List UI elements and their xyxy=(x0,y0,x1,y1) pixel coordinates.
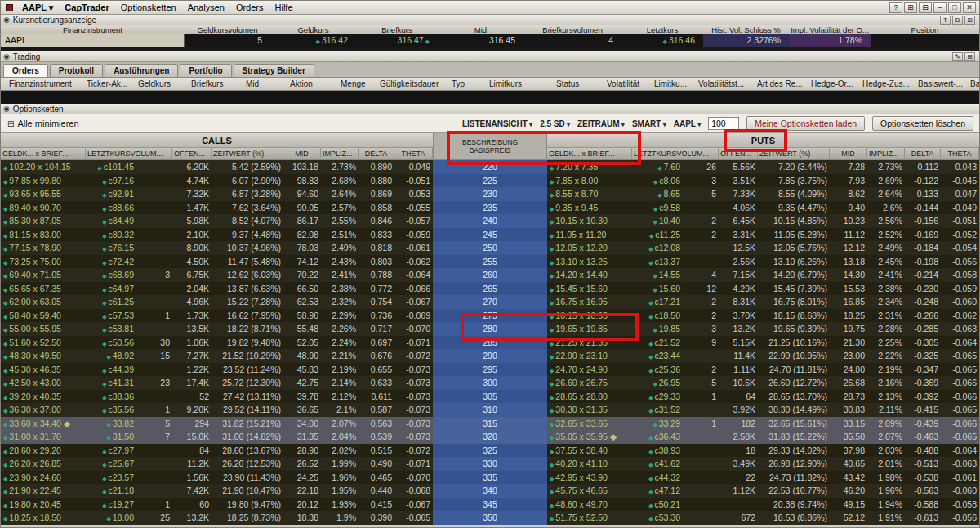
puts-mid-cell[interactable]: 30.83 xyxy=(830,403,867,417)
puts-last-cell[interactable]: c18.50 xyxy=(632,309,683,323)
quote-tool-t-button[interactable]: T xyxy=(940,16,951,25)
calls-volume-cell[interactable]: 1 xyxy=(136,498,172,512)
column-header-hedge-zus[interactable]: Hedge-Zus... xyxy=(862,78,918,90)
puts-theta-cell[interactable]: -0.062 xyxy=(941,309,979,323)
calls-impl-vol-cell[interactable]: 2.21% xyxy=(321,349,359,363)
puts-last-cell[interactable]: c8.06 xyxy=(632,174,683,188)
calls-theta-cell[interactable]: -0.068 xyxy=(394,484,433,498)
puts-theta-cell[interactable]: -0.064 xyxy=(941,336,979,350)
trading-tool-button[interactable]: ✎ xyxy=(952,52,963,61)
puts-last-cell[interactable]: 10.40 xyxy=(632,214,683,228)
puts-time-value-cell[interactable]: 26.60 (12.72%) xyxy=(758,376,830,390)
calls-last-cell[interactable]: c41.31 xyxy=(86,376,136,390)
calls-impl-vol-cell[interactable]: 2.29% xyxy=(321,309,359,323)
column-header-zeitwert[interactable]: ZEITWERT (%) xyxy=(758,148,830,159)
calls-bid-ask-cell[interactable]: 18.25 x 18.50 xyxy=(1,511,86,525)
calls-mid-cell[interactable]: 36.65 xyxy=(283,403,321,417)
puts-bid-ask-cell[interactable]: 30.30 x 31.35 xyxy=(547,403,632,417)
calls-delta-cell[interactable]: 0.415 xyxy=(359,498,394,512)
puts-theta-cell[interactable]: -0.061 xyxy=(941,471,979,485)
calls-bid-ask-cell[interactable]: 48.30 x 49.50 xyxy=(1,349,86,363)
calls-impl-vol-cell[interactable]: 2.04% xyxy=(321,430,359,444)
column-header-impliz[interactable]: IMPLIZ... xyxy=(867,148,905,159)
puts-last-cell[interactable]: c31.52 xyxy=(632,403,683,417)
calls-bid-ask-cell[interactable]: 21.90 x 22.45 xyxy=(1,484,86,498)
puts-volume-cell[interactable]: 26 xyxy=(683,160,719,174)
puts-impl-vol-cell[interactable]: 2.56% xyxy=(867,214,905,228)
quote-ask-size[interactable]: 4 xyxy=(523,34,621,47)
menu-item-analysen[interactable]: Analysen xyxy=(182,2,230,13)
strike-cell[interactable]: 250 xyxy=(433,241,547,255)
puts-time-value-cell[interactable]: 22.53 (10.77%) xyxy=(758,484,830,498)
puts-time-value-cell[interactable]: 16.75 (8.01%) xyxy=(758,295,830,309)
calls-mid-cell[interactable]: 94.60 xyxy=(283,187,321,201)
puts-bid-ask-cell[interactable]: 16.75 x 16.95 xyxy=(547,295,632,309)
puts-theta-cell[interactable]: -0.063 xyxy=(941,457,979,471)
puts-mid-cell[interactable]: 8.62 xyxy=(830,187,867,201)
calls-volume-cell[interactable]: 30 xyxy=(136,336,172,350)
strike-cell[interactable]: 330 xyxy=(433,457,547,471)
calls-theta-cell[interactable]: -0.066 xyxy=(394,282,433,296)
puts-time-value-cell[interactable]: 8.55 (4.09%) xyxy=(758,187,830,201)
puts-bid-ask-cell[interactable]: 8.55 x 8.70 xyxy=(547,187,632,201)
calls-impl-vol-cell[interactable]: 2.68% xyxy=(321,174,359,188)
panel-collapse-icon[interactable] xyxy=(3,51,10,62)
quote-bid-size[interactable]: 5 xyxy=(185,34,270,47)
calls-mid-cell[interactable]: 70.22 xyxy=(283,268,321,282)
strike-cell[interactable]: 310 xyxy=(433,403,547,417)
strike-cell[interactable]: 220 xyxy=(433,160,547,174)
puts-open-interest-cell[interactable]: 13.2K xyxy=(719,322,758,336)
calls-last-cell[interactable]: c72.42 xyxy=(86,255,136,269)
strike-cell[interactable]: 350 xyxy=(433,511,547,525)
calls-mid-cell[interactable]: 28.90 xyxy=(283,444,321,458)
calls-volume-cell[interactable] xyxy=(136,228,172,242)
column-header-position[interactable]: Position xyxy=(871,25,979,34)
puts-theta-cell[interactable]: -0.058 xyxy=(941,498,979,512)
puts-bid-ask-cell[interactable]: 45.75 x 46.65 xyxy=(547,484,632,498)
puts-mid-cell[interactable]: 15.53 xyxy=(830,282,867,296)
puts-theta-cell[interactable]: -0.064 xyxy=(941,444,979,458)
calls-mid-cell[interactable]: 55.48 xyxy=(283,322,321,336)
puts-delta-cell[interactable]: -0.538 xyxy=(905,471,941,485)
puts-impl-vol-cell[interactable]: 2.52% xyxy=(867,228,905,242)
column-header-letztkurs[interactable]: Letztkurs xyxy=(621,25,703,34)
puts-time-value-cell[interactable]: 13.10 (6.26%) xyxy=(758,255,830,269)
calls-last-cell[interactable]: 31.50 xyxy=(86,430,136,444)
puts-last-cell[interactable]: c50.21 xyxy=(632,498,683,512)
calls-bid-ask-cell[interactable]: 85.30 x 87.05 xyxy=(1,214,86,228)
calls-volume-cell[interactable] xyxy=(136,444,172,458)
calls-bid-ask-cell[interactable]: 28.60 x 29.20 xyxy=(1,444,86,458)
puts-impl-vol-cell[interactable]: 2.38% xyxy=(867,282,905,296)
calls-bid-ask-cell[interactable]: 31.00 x 31.70 xyxy=(1,430,86,444)
puts-time-value-cell[interactable]: 18.15 (8.68%) xyxy=(758,309,830,323)
column-header-finanzinstrument[interactable]: Finanzinstrument xyxy=(1,25,185,34)
puts-open-interest-cell[interactable]: 3.31K xyxy=(719,228,758,242)
calls-mid-cell[interactable]: 42.75 xyxy=(283,376,321,390)
tab-strategy-builder[interactable]: Strategy Builder xyxy=(234,64,314,77)
calls-theta-cell[interactable]: -0.059 xyxy=(394,228,433,242)
puts-volume-cell[interactable]: 4 xyxy=(683,268,719,282)
puts-open-interest-cell[interactable]: 3.51K xyxy=(719,174,758,188)
puts-volume-cell[interactable] xyxy=(683,201,719,215)
strike-cell[interactable]: 305 xyxy=(433,390,547,404)
column-header-hist-vol-schluss[interactable]: Hist. Vol. Schluss % xyxy=(703,25,789,34)
calls-bid-ask-cell[interactable]: 62.00 x 63.05 xyxy=(1,295,86,309)
column-header-geldkurs[interactable]: Geldkurs xyxy=(138,78,191,90)
calls-last-cell[interactable]: c50.56 xyxy=(86,336,136,350)
calls-volume-cell[interactable] xyxy=(136,363,172,377)
calls-delta-cell[interactable]: 0.833 xyxy=(359,228,394,242)
puts-last-cell[interactable]: 15.60 xyxy=(632,282,683,296)
calls-bid-ask-cell[interactable]: 81.15 x 83.00 xyxy=(1,228,86,242)
calls-open-interest-cell[interactable]: 4.96K xyxy=(172,295,212,309)
strike-cell[interactable]: 235 xyxy=(433,201,547,215)
calls-theta-cell[interactable]: -0.065 xyxy=(394,511,433,525)
calls-impl-vol-cell[interactable]: 2.49% xyxy=(321,241,359,255)
calls-bid-ask-cell[interactable]: 42.50 x 43.00 xyxy=(1,376,86,390)
puts-volume-cell[interactable] xyxy=(683,349,719,363)
calls-last-cell[interactable]: c38.36 xyxy=(86,390,136,404)
calls-mid-cell[interactable]: 78.03 xyxy=(283,241,321,255)
puts-impl-vol-cell[interactable]: 2.34% xyxy=(867,295,905,309)
calls-open-interest-cell[interactable]: 9.20K xyxy=(172,403,212,417)
calls-open-interest-cell[interactable]: 5.98K xyxy=(172,214,212,228)
calls-impl-vol-cell[interactable]: 2.02% xyxy=(321,444,359,458)
